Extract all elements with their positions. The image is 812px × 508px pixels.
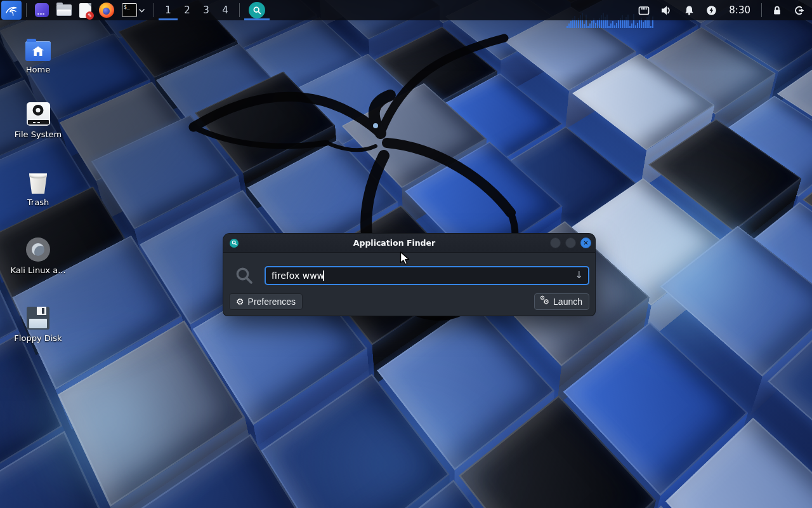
kali-ghost-icon: [26, 237, 50, 262]
home-folder-icon: [25, 41, 51, 61]
power-manager-icon[interactable]: [700, 0, 723, 20]
window-controls: ✕: [550, 237, 591, 248]
launcher-dashboard[interactable]: [31, 0, 53, 20]
desktop-icon-trash[interactable]: Trash: [5, 167, 71, 207]
workspace-label: 1: [165, 4, 171, 16]
text-editor-icon: [79, 3, 91, 18]
desktop-icon-kali-docs[interactable]: Kali Linux a...: [5, 235, 71, 275]
appfinder-icon: [249, 2, 265, 18]
workspace-button-3[interactable]: 3: [197, 0, 216, 20]
volume-tray-icon[interactable]: [655, 0, 678, 20]
lock-screen-icon[interactable]: [766, 0, 788, 20]
wallpaper-cube: [665, 418, 812, 508]
floppy-disk-icon: [27, 307, 49, 330]
kali-logo-icon: [4, 3, 18, 17]
panel-separator: [154, 3, 154, 17]
network-tray-icon[interactable]: [632, 0, 655, 20]
search-icon: [235, 266, 254, 285]
finder-window-title: Application Finder: [239, 238, 550, 248]
desktop-icon-label: File System: [15, 130, 62, 139]
maximize-button[interactable]: [565, 237, 576, 248]
taskbar-appfinder-button[interactable]: [244, 0, 270, 20]
launcher-terminal[interactable]: $_: [118, 0, 149, 20]
panel-separator: [761, 3, 762, 17]
desktop-icon-label: Floppy Disk: [14, 333, 62, 343]
launch-gears-icon: ⚙ ⚙: [541, 297, 549, 306]
panel-clock[interactable]: 8:30: [723, 4, 757, 16]
workspace-button-1[interactable]: 1: [159, 0, 178, 20]
file-manager-icon: [56, 4, 72, 16]
text-caret: [323, 271, 324, 281]
launcher-firefox[interactable]: [95, 0, 118, 20]
panel-separator: [239, 3, 240, 17]
panel-right-group: 8:30: [632, 0, 812, 20]
notifications-bell-icon[interactable]: [678, 0, 700, 20]
panel-left-group: $_ 1 2 3 4: [0, 0, 270, 20]
launcher-file-manager[interactable]: [53, 0, 75, 20]
trash-icon: [28, 171, 48, 194]
desktop-icon-label: Trash: [27, 197, 49, 207]
workspace-button-4[interactable]: 4: [216, 0, 235, 20]
desktop-icon-home[interactable]: Home: [5, 34, 71, 74]
application-finder-window: Application Finder ✕ ↓ ⚙ Preferences: [223, 234, 595, 316]
search-entry-wrap: ↓: [265, 266, 589, 285]
terminal-icon: $_: [122, 3, 137, 17]
desktop-icon-label: Kali Linux a...: [10, 265, 65, 275]
preferences-button-label: Preferences: [248, 297, 296, 307]
kali-menu-button[interactable]: [1, 1, 22, 20]
desktop-icon-floppy[interactable]: Floppy Disk: [5, 303, 71, 343]
top-panel: $_ 1 2 3 4: [0, 0, 812, 20]
panel-separator: [26, 3, 27, 17]
workspace-label: 4: [222, 4, 228, 16]
file-system-drive-icon: [27, 102, 50, 126]
preferences-button[interactable]: ⚙ Preferences: [229, 293, 303, 310]
desktop-icon-file-system[interactable]: File System: [5, 99, 71, 139]
finder-search-row: ↓: [229, 266, 589, 285]
dashboard-icon: [35, 3, 49, 17]
finder-actions: ⚙ Preferences ⚙ ⚙ Launch: [229, 293, 589, 310]
finder-body: ↓ ⚙ Preferences ⚙ ⚙ Launch: [223, 253, 595, 316]
launch-button-label: Launch: [553, 297, 582, 307]
workspace-label: 3: [203, 4, 209, 16]
workspace-label: 2: [184, 4, 190, 16]
workspace-button-2[interactable]: 2: [178, 0, 197, 20]
wallpaper-cubes: [0, 0, 812, 389]
close-button[interactable]: ✕: [580, 237, 591, 248]
finder-window-icon: [230, 239, 239, 248]
search-input[interactable]: [265, 266, 589, 285]
launch-button[interactable]: ⚙ ⚙ Launch: [534, 293, 589, 310]
finder-titlebar[interactable]: Application Finder ✕: [223, 234, 595, 253]
chevron-down-icon[interactable]: [138, 8, 145, 13]
launcher-text-editor[interactable]: [75, 0, 95, 20]
desktop-icon-label: Home: [26, 65, 50, 74]
gear-icon: ⚙: [236, 297, 244, 306]
firefox-icon: [99, 3, 114, 18]
logout-icon[interactable]: [788, 0, 812, 20]
minimize-button[interactable]: [550, 237, 561, 248]
